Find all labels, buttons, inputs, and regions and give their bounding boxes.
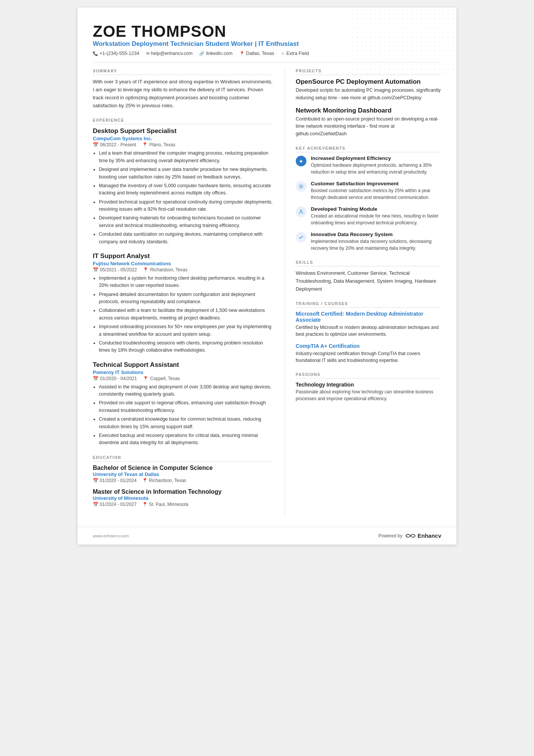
contact-phone: 📞 +1-(234)-555-1234 [93, 51, 139, 56]
education-label: EDUCATION [93, 455, 273, 462]
calendar-icon: 📅 [93, 478, 98, 483]
svg-point-9 [300, 210, 302, 212]
achievement-title-3: Developed Training Module [311, 206, 441, 212]
training-title-1: Microsoft Certified: Modern Desktop Admi… [296, 311, 441, 323]
summary-section: SUMMARY With over 3 years of IT experien… [93, 69, 273, 110]
job-company-2: Fujitsu Network Communications [93, 261, 273, 266]
job-title-2: IT Support Analyst [93, 252, 273, 260]
contact-linkedin: 🔗 linkedin.com [199, 51, 232, 56]
job-dates-2: 📅 05/2021 - 05/2022 [93, 267, 137, 272]
resume-document: ZOE THOMPSON Workstation Deployment Tech… [78, 8, 456, 545]
calendar-icon: 📅 [93, 502, 98, 507]
edu-location-1: 📍 Richardson, Texas [142, 478, 186, 483]
bullet: Prepared detailed documentation for syst… [99, 291, 273, 306]
achievement-desc-2: Boosted customer satisfaction metrics by… [311, 187, 441, 201]
projects-label: PROJECTS [296, 69, 441, 75]
job-location-3: 📍 Coppell, Texas [143, 376, 180, 381]
skills-section: SKILLS Windows Environment, Customer Ser… [296, 260, 441, 293]
job-bullets-1: Led a team that streamlined the computer… [93, 150, 273, 246]
bullet: Managed the inventory of over 5,000 comp… [99, 182, 273, 197]
project-desc-2: Contributed to an open-source project fo… [296, 116, 441, 138]
powered-by-text: Powered by [378, 533, 402, 538]
achievement-desc-3: Created an educational module for new hi… [311, 213, 441, 226]
bullet: Executed backup and recovery operations … [99, 432, 273, 447]
training-title-2: CompTIA A+ Certification [296, 343, 441, 349]
candidate-name: ZOE THOMPSON [93, 23, 441, 40]
experience-label: EXPERIENCE [93, 118, 273, 124]
education-section: EDUCATION Bachelor of Science in Compute… [93, 455, 273, 507]
achievement-content-2: Customer Satisfaction Improvement Booste… [311, 181, 441, 201]
contact-extra: ☆ Extra Field [281, 51, 309, 56]
contact-email: ✉ help@enhancv.com [146, 51, 193, 56]
pin-icon: 📍 [143, 267, 148, 272]
edu-school-2: University of Minnesota [93, 495, 273, 501]
job-company-1: CompuCom Systems Inc. [93, 136, 273, 141]
bullet: Implemented a system for monitoring clie… [99, 275, 273, 290]
bullet: Collaborated with a team to facilitate t… [99, 307, 273, 322]
summary-label: SUMMARY [93, 69, 273, 75]
training-section: TRAINING / COURSES Microsoft Certified: … [296, 301, 441, 364]
skills-text: Windows Environment, Customer Service, T… [296, 269, 441, 293]
job-bullets-2: Implemented a system for monitoring clie… [93, 275, 273, 354]
pin-icon: 📍 [143, 376, 148, 381]
training-1: Microsoft Certified: Modern Desktop Admi… [296, 311, 441, 338]
achievement-1: ★ Increased Deployment Efficiency Optimi… [296, 155, 441, 175]
job-title-3: Technical Support Assistant [93, 361, 273, 369]
achievement-4: Innovative Data Recovery System Implemen… [296, 232, 441, 252]
pin-icon: 📍 [142, 502, 148, 507]
achievement-icon-1: ★ [296, 156, 306, 166]
job-dates-1: 📅 06/2022 - Present [93, 142, 136, 147]
job-meta-2: 📅 05/2021 - 05/2022 📍 Richardson, Texas [93, 267, 273, 272]
email-icon: ✉ [146, 51, 150, 56]
achievement-title-2: Customer Satisfaction Improvement [311, 181, 441, 186]
calendar-icon: 📅 [93, 267, 98, 272]
phone-icon: 📞 [93, 51, 98, 56]
edu-school-1: University of Texas at Dallas [93, 471, 273, 477]
job-location-1: 📍 Plano, Texas [142, 142, 175, 147]
linkedin-icon: 🔗 [199, 51, 205, 56]
achievement-icon-4 [296, 232, 306, 243]
edu-2: Master of Science in Information Technol… [93, 488, 273, 507]
achievement-desc-1: Optimized hardware deployment protocols,… [311, 162, 441, 175]
edu-location-2: 📍 St. Paul, Minnesota [142, 502, 188, 507]
experience-section: EXPERIENCE Desktop Support Specialist Co… [93, 118, 273, 446]
edu-dates-2: 📅 01/2024 - 01/2027 [93, 502, 137, 507]
project-1: OpenSource PC Deployment Automation Deve… [296, 78, 441, 102]
passion-title-1: Technology Integration [296, 382, 441, 388]
project-2: Network Monitoring Dashboard Contributed… [296, 107, 441, 138]
candidate-title: Workstation Deployment Technician Studen… [93, 40, 441, 48]
achievement-desc-4: Implemented innovative data recovery sol… [311, 238, 441, 252]
project-desc-1: Developed scripts for automating PC imag… [296, 87, 441, 102]
passion-1: Technology Integration Passionate about … [296, 382, 441, 402]
enhancv-logo: Enhancv [405, 532, 441, 539]
achievements-label: KEY ACHIEVEMENTS [296, 146, 441, 152]
svg-line-4 [302, 188, 303, 188]
job-location-2: 📍 Richardson, Texas [143, 267, 187, 272]
svg-line-8 [302, 185, 303, 185]
achievement-3: Developed Training Module Created an edu… [296, 206, 441, 226]
contact-location: 📍 Dallas, Texas [239, 51, 274, 56]
edu-1: Bachelor of Science in Computer Science … [93, 465, 273, 483]
calendar-icon: 📅 [93, 142, 98, 147]
job-2: IT Support Analyst Fujitsu Network Commu… [93, 252, 273, 354]
training-2: CompTIA A+ Certification Industry-recogn… [296, 343, 441, 364]
passions-section: PASSIONS Technology Integration Passiona… [296, 372, 441, 402]
bullet: Provided on-site support to regional off… [99, 399, 273, 414]
svg-line-7 [299, 188, 300, 188]
job-title-1: Desktop Support Specialist [93, 127, 273, 135]
achievement-title-4: Innovative Data Recovery System [311, 232, 441, 237]
training-desc-2: Industry-recognized certification throug… [296, 350, 441, 364]
edu-meta-2: 📅 01/2024 - 01/2027 📍 St. Paul, Minnesot… [93, 502, 273, 507]
project-title-1: OpenSource PC Deployment Automation [296, 78, 441, 86]
edu-degree-2: Master of Science in Information Technol… [93, 488, 273, 495]
contact-bar: 📞 +1-(234)-555-1234 ✉ help@enhancv.com 🔗… [93, 51, 441, 56]
achievement-icon-3 [296, 207, 306, 217]
left-column: SUMMARY With over 3 years of IT experien… [93, 69, 273, 515]
bullet: Conducted troubleshooting sessions with … [99, 340, 273, 354]
bullet: Led a team that streamlined the computer… [99, 150, 273, 164]
job-meta-1: 📅 06/2022 - Present 📍 Plano, Texas [93, 142, 273, 147]
enhancv-brand-name: Enhancv [417, 532, 441, 539]
job-company-3: Pomeroy IT Solutions [93, 369, 273, 375]
achievement-content-1: Increased Deployment Efficiency Optimize… [311, 155, 441, 175]
job-1: Desktop Support Specialist CompuCom Syst… [93, 127, 273, 246]
